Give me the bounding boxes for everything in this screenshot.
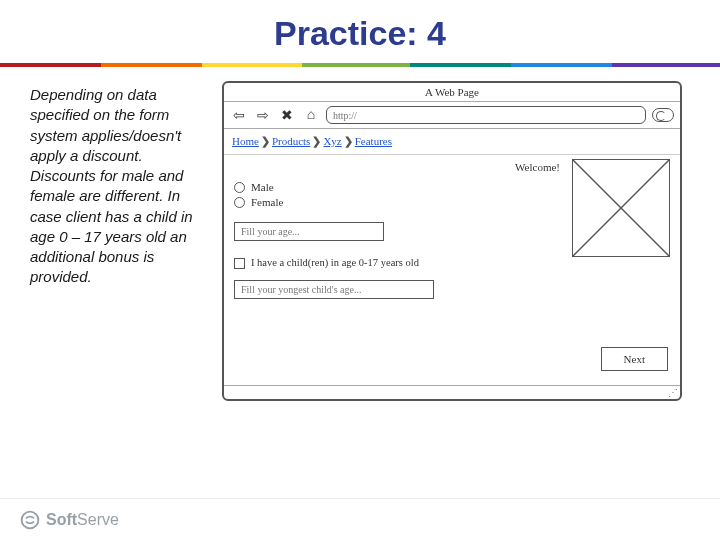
slide: Practice: 4 Depending on data specified … bbox=[0, 0, 720, 540]
mockup-wrap: A Web Page ⇦ ⇨ ✖ ⌂ http:// Home❯Products… bbox=[222, 81, 704, 498]
checkbox-label: I have a child(ren) in age 0-17 years ol… bbox=[251, 257, 419, 270]
slide-footer: SoftServe bbox=[0, 498, 720, 540]
url-placeholder: http:// bbox=[333, 110, 357, 121]
radio-icon bbox=[234, 197, 245, 208]
softserve-icon bbox=[20, 510, 40, 530]
brand-text: SoftServe bbox=[46, 511, 119, 529]
crumb-features[interactable]: Features bbox=[355, 135, 392, 147]
has-child-checkbox[interactable]: I have a child(ren) in age 0-17 years ol… bbox=[234, 257, 434, 270]
radio-female-label: Female bbox=[251, 196, 283, 208]
crumb-products[interactable]: Products bbox=[272, 135, 311, 147]
close-icon[interactable]: ✖ bbox=[278, 106, 296, 124]
image-placeholder bbox=[572, 159, 670, 257]
home-icon[interactable]: ⌂ bbox=[302, 106, 320, 124]
child-age-input[interactable]: Fill your yongest child's age... bbox=[234, 280, 434, 299]
brand-logo: SoftServe bbox=[20, 510, 119, 530]
child-age-placeholder: Fill your yongest child's age... bbox=[241, 284, 361, 295]
crumb-xyz[interactable]: Xyz bbox=[323, 135, 341, 147]
checkbox-icon bbox=[234, 258, 245, 269]
mock-statusbar: ⋰ bbox=[224, 385, 680, 399]
browser-mockup: A Web Page ⇦ ⇨ ✖ ⌂ http:// Home❯Products… bbox=[222, 81, 682, 401]
body-row: Depending on data specified on the form … bbox=[0, 67, 720, 498]
breadcrumb: Home❯Products❯Xyz❯Features bbox=[224, 129, 680, 155]
age-input[interactable]: Fill your age... bbox=[234, 222, 384, 241]
forward-icon[interactable]: ⇨ bbox=[254, 106, 272, 124]
svg-point-2 bbox=[22, 511, 39, 528]
resize-grip-icon: ⋰ bbox=[668, 388, 678, 398]
radio-icon bbox=[234, 182, 245, 193]
back-icon[interactable]: ⇦ bbox=[230, 106, 248, 124]
age-placeholder: Fill your age... bbox=[241, 226, 300, 237]
welcome-text: Welcome! bbox=[515, 161, 560, 173]
page-title: Practice: 4 bbox=[0, 14, 720, 53]
page-content: Welcome! Male Female Fill your age... I … bbox=[224, 155, 680, 385]
radio-male-label: Male bbox=[251, 181, 274, 193]
crumb-home[interactable]: Home bbox=[232, 135, 259, 147]
url-input[interactable]: http:// bbox=[326, 106, 646, 124]
browser-toolbar: ⇦ ⇨ ✖ ⌂ http:// bbox=[224, 102, 680, 129]
title-block: Practice: 4 bbox=[0, 0, 720, 63]
window-title: A Web Page bbox=[224, 83, 680, 102]
loading-icon bbox=[652, 108, 674, 122]
next-button[interactable]: Next bbox=[601, 347, 668, 371]
description-text: Depending on data specified on the form … bbox=[30, 85, 210, 498]
